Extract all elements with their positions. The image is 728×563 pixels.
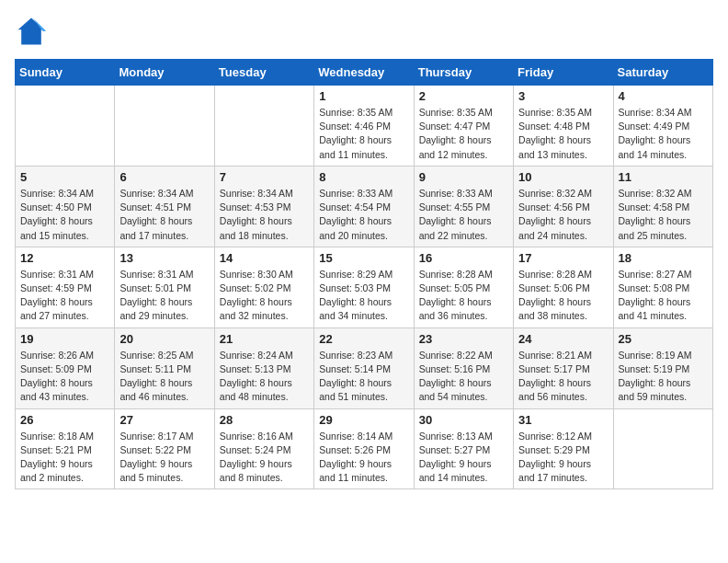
day-cell: 18Sunrise: 8:27 AM Sunset: 5:08 PM Dayli… — [613, 247, 712, 327]
day-number: 18 — [619, 251, 708, 265]
day-cell: 6Sunrise: 8:34 AM Sunset: 4:51 PM Daylig… — [115, 166, 214, 247]
day-info: Sunrise: 8:12 AM Sunset: 5:29 PM Dayligh… — [518, 430, 608, 486]
day-number: 21 — [220, 332, 309, 346]
week-row-3: 12Sunrise: 8:31 AM Sunset: 4:59 PM Dayli… — [16, 247, 713, 327]
week-row-5: 26Sunrise: 8:18 AM Sunset: 5:21 PM Dayli… — [16, 408, 713, 489]
day-info: Sunrise: 8:19 AM Sunset: 5:19 PM Dayligh… — [619, 349, 708, 405]
week-row-2: 5Sunrise: 8:34 AM Sunset: 4:50 PM Daylig… — [16, 166, 713, 247]
day-number: 1 — [319, 89, 408, 103]
day-cell: 30Sunrise: 8:13 AM Sunset: 5:27 PM Dayli… — [414, 408, 513, 489]
day-info: Sunrise: 8:34 AM Sunset: 4:53 PM Dayligh… — [220, 187, 309, 243]
day-number: 28 — [220, 413, 309, 427]
day-number: 14 — [220, 251, 309, 265]
logo — [15, 15, 53, 48]
day-number: 27 — [119, 413, 209, 427]
day-info: Sunrise: 8:22 AM Sunset: 5:16 PM Dayligh… — [419, 349, 508, 405]
day-number: 13 — [119, 251, 209, 265]
day-cell: 15Sunrise: 8:29 AM Sunset: 5:03 PM Dayli… — [314, 247, 414, 327]
day-cell: 27Sunrise: 8:17 AM Sunset: 5:22 PM Dayli… — [115, 408, 214, 489]
day-number: 15 — [319, 251, 408, 265]
day-number: 11 — [619, 170, 708, 184]
day-info: Sunrise: 8:33 AM Sunset: 4:55 PM Dayligh… — [419, 187, 508, 243]
day-cell: 17Sunrise: 8:28 AM Sunset: 5:06 PM Dayli… — [514, 247, 613, 327]
day-cell: 9Sunrise: 8:33 AM Sunset: 4:55 PM Daylig… — [414, 166, 513, 247]
day-cell: 19Sunrise: 8:26 AM Sunset: 5:09 PM Dayli… — [16, 327, 115, 408]
day-cell: 26Sunrise: 8:18 AM Sunset: 5:21 PM Dayli… — [16, 408, 115, 489]
day-info: Sunrise: 8:26 AM Sunset: 5:09 PM Dayligh… — [20, 349, 109, 405]
day-cell: 12Sunrise: 8:31 AM Sunset: 4:59 PM Dayli… — [16, 247, 115, 327]
day-info: Sunrise: 8:28 AM Sunset: 5:06 PM Dayligh… — [518, 268, 608, 324]
day-cell: 29Sunrise: 8:14 AM Sunset: 5:26 PM Dayli… — [314, 408, 414, 489]
day-number: 30 — [419, 413, 508, 427]
day-number: 23 — [419, 332, 508, 346]
day-info: Sunrise: 8:34 AM Sunset: 4:51 PM Dayligh… — [119, 187, 209, 243]
day-number: 17 — [518, 251, 608, 265]
weekday-header-friday: Friday — [514, 60, 613, 86]
day-info: Sunrise: 8:35 AM Sunset: 4:46 PM Dayligh… — [319, 106, 408, 162]
day-info: Sunrise: 8:25 AM Sunset: 5:11 PM Dayligh… — [119, 349, 209, 405]
day-number: 4 — [619, 89, 708, 103]
day-cell: 16Sunrise: 8:28 AM Sunset: 5:05 PM Dayli… — [414, 247, 513, 327]
day-info: Sunrise: 8:21 AM Sunset: 5:17 PM Dayligh… — [518, 349, 608, 405]
day-cell — [115, 86, 214, 167]
weekday-header-saturday: Saturday — [613, 60, 712, 86]
day-cell: 13Sunrise: 8:31 AM Sunset: 5:01 PM Dayli… — [115, 247, 214, 327]
day-cell — [214, 86, 313, 167]
day-number: 16 — [419, 251, 508, 265]
day-number: 29 — [319, 413, 408, 427]
day-cell: 8Sunrise: 8:33 AM Sunset: 4:54 PM Daylig… — [314, 166, 414, 247]
day-cell: 4Sunrise: 8:34 AM Sunset: 4:49 PM Daylig… — [613, 86, 712, 167]
day-info: Sunrise: 8:24 AM Sunset: 5:13 PM Dayligh… — [220, 349, 309, 405]
day-number: 10 — [518, 170, 608, 184]
day-number: 9 — [419, 170, 508, 184]
day-info: Sunrise: 8:18 AM Sunset: 5:21 PM Dayligh… — [20, 430, 109, 486]
day-cell: 20Sunrise: 8:25 AM Sunset: 5:11 PM Dayli… — [115, 327, 214, 408]
day-cell: 10Sunrise: 8:32 AM Sunset: 4:56 PM Dayli… — [514, 166, 613, 247]
weekday-header-thursday: Thursday — [414, 60, 513, 86]
day-info: Sunrise: 8:23 AM Sunset: 5:14 PM Dayligh… — [319, 349, 408, 405]
weekday-header-wednesday: Wednesday — [314, 60, 414, 86]
svg-marker-0 — [18, 18, 45, 45]
day-number: 8 — [319, 170, 408, 184]
day-number: 24 — [518, 332, 608, 346]
day-number: 12 — [20, 251, 109, 265]
day-info: Sunrise: 8:35 AM Sunset: 4:48 PM Dayligh… — [518, 106, 608, 162]
day-cell: 5Sunrise: 8:34 AM Sunset: 4:50 PM Daylig… — [16, 166, 115, 247]
week-row-4: 19Sunrise: 8:26 AM Sunset: 5:09 PM Dayli… — [16, 327, 713, 408]
day-number: 3 — [518, 89, 608, 103]
day-number: 7 — [220, 170, 309, 184]
day-cell: 3Sunrise: 8:35 AM Sunset: 4:48 PM Daylig… — [514, 86, 613, 167]
day-info: Sunrise: 8:16 AM Sunset: 5:24 PM Dayligh… — [220, 430, 309, 486]
day-info: Sunrise: 8:32 AM Sunset: 4:56 PM Dayligh… — [518, 187, 608, 243]
day-number: 5 — [20, 170, 109, 184]
day-cell: 11Sunrise: 8:32 AM Sunset: 4:58 PM Dayli… — [613, 166, 712, 247]
weekday-header-tuesday: Tuesday — [214, 60, 313, 86]
day-info: Sunrise: 8:35 AM Sunset: 4:47 PM Dayligh… — [419, 106, 508, 162]
day-cell: 14Sunrise: 8:30 AM Sunset: 5:02 PM Dayli… — [214, 247, 313, 327]
day-info: Sunrise: 8:33 AM Sunset: 4:54 PM Dayligh… — [319, 187, 408, 243]
calendar-table: SundayMondayTuesdayWednesdayThursdayFrid… — [15, 59, 713, 489]
day-cell: 31Sunrise: 8:12 AM Sunset: 5:29 PM Dayli… — [514, 408, 613, 489]
day-cell — [613, 408, 712, 489]
day-info: Sunrise: 8:17 AM Sunset: 5:22 PM Dayligh… — [119, 430, 209, 486]
week-row-1: 1Sunrise: 8:35 AM Sunset: 4:46 PM Daylig… — [16, 86, 713, 167]
day-number: 31 — [518, 413, 608, 427]
weekday-header-monday: Monday — [115, 60, 214, 86]
day-info: Sunrise: 8:27 AM Sunset: 5:08 PM Dayligh… — [619, 268, 708, 324]
day-info: Sunrise: 8:30 AM Sunset: 5:02 PM Dayligh… — [220, 268, 309, 324]
day-info: Sunrise: 8:32 AM Sunset: 4:58 PM Dayligh… — [619, 187, 708, 243]
day-number: 20 — [119, 332, 209, 346]
day-cell: 7Sunrise: 8:34 AM Sunset: 4:53 PM Daylig… — [214, 166, 313, 247]
day-info: Sunrise: 8:31 AM Sunset: 5:01 PM Dayligh… — [119, 268, 209, 324]
day-number: 26 — [20, 413, 109, 427]
day-number: 6 — [119, 170, 209, 184]
day-cell: 2Sunrise: 8:35 AM Sunset: 4:47 PM Daylig… — [414, 86, 513, 167]
day-cell: 1Sunrise: 8:35 AM Sunset: 4:46 PM Daylig… — [314, 86, 414, 167]
logo-icon — [15, 15, 48, 48]
day-cell: 25Sunrise: 8:19 AM Sunset: 5:19 PM Dayli… — [613, 327, 712, 408]
day-cell: 21Sunrise: 8:24 AM Sunset: 5:13 PM Dayli… — [214, 327, 313, 408]
weekday-header-row: SundayMondayTuesdayWednesdayThursdayFrid… — [16, 60, 713, 86]
day-cell: 24Sunrise: 8:21 AM Sunset: 5:17 PM Dayli… — [514, 327, 613, 408]
day-cell: 23Sunrise: 8:22 AM Sunset: 5:16 PM Dayli… — [414, 327, 513, 408]
day-cell — [16, 86, 115, 167]
